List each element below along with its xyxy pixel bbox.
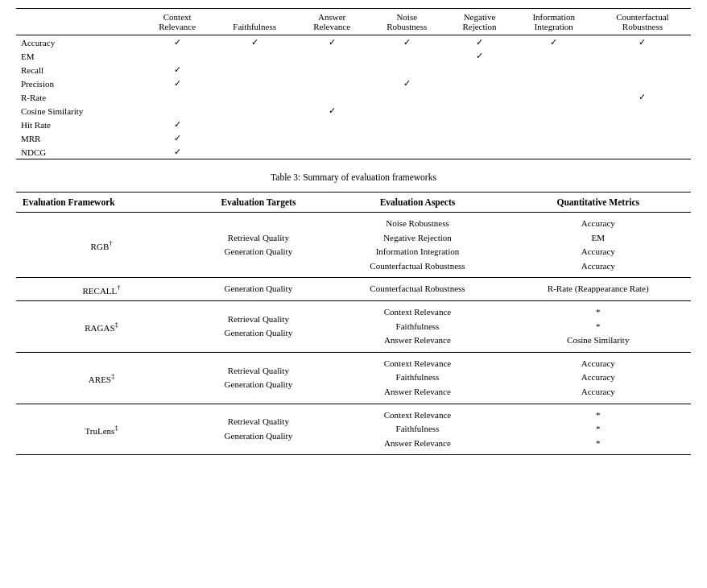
- col-header-answer-relevance: AnswerRelevance: [296, 9, 368, 35]
- check-cell-faithfulness: [213, 63, 296, 77]
- check-cell-noise_robustness: [368, 145, 445, 159]
- evaluation-aspects: Context RelevanceFaithfulnessAnswer Rele…: [329, 404, 505, 455]
- table-row: ARES‡Retrieval QualityGeneration Quality…: [16, 352, 691, 404]
- check-cell-noise_robustness: ✓: [368, 77, 445, 90]
- check-cell-faithfulness: [213, 104, 296, 118]
- check-cell-context_relevance: ✓: [141, 145, 213, 159]
- metric-name: EM: [16, 49, 141, 63]
- check-cell-faithfulness: [213, 118, 296, 131]
- evaluation-aspects: Counterfactual Robustness: [329, 278, 505, 301]
- table-caption: Table 3: Summary of evaluation framework…: [16, 172, 691, 182]
- check-cell-faithfulness: ✓: [213, 35, 296, 50]
- metric-name: R-Rate: [16, 90, 141, 104]
- check-cell-context_relevance: [141, 49, 213, 63]
- bottom-col-header-1: Evaluation Targets: [187, 193, 329, 213]
- check-cell-information_integration: [514, 90, 594, 104]
- bottom-col-header-3: Quantitative Metrics: [506, 193, 691, 213]
- metric-name: Hit Rate: [16, 118, 141, 131]
- check-cell-answer_relevance: [296, 90, 368, 104]
- check-cell-context_relevance: ✓: [141, 118, 213, 131]
- check-cell-noise_robustness: [368, 131, 445, 145]
- check-cell-answer_relevance: [296, 118, 368, 131]
- metric-name: NDCG: [16, 145, 141, 159]
- check-cell-noise_robustness: [368, 104, 445, 118]
- check-cell-negative_rejection: ✓: [445, 49, 513, 63]
- check-cell-counterfactual_robustness: [594, 63, 691, 77]
- quantitative-metrics: AccuracyAccuracyAccuracy: [506, 352, 691, 404]
- check-cell-counterfactual_robustness: [594, 145, 691, 159]
- col-header-metric: [16, 9, 141, 35]
- check-cell-counterfactual_robustness: ✓: [594, 90, 691, 104]
- check-cell-information_integration: [514, 118, 594, 131]
- check-cell-context_relevance: ✓: [141, 77, 213, 90]
- check-cell-negative_rejection: [445, 104, 513, 118]
- table-row: TruLens‡Retrieval QualityGeneration Qual…: [16, 404, 691, 455]
- check-cell-faithfulness: [213, 90, 296, 104]
- check-cell-information_integration: [514, 104, 594, 118]
- check-cell-context_relevance: ✓: [141, 131, 213, 145]
- col-header-context-relevance: ContextRelevance: [141, 9, 213, 35]
- check-cell-information_integration: [514, 49, 594, 63]
- check-cell-counterfactual_robustness: [594, 77, 691, 90]
- check-cell-answer_relevance: ✓: [296, 35, 368, 50]
- col-header-noise-robustness: NoiseRobustness: [368, 9, 445, 35]
- metric-name: Cosine Similarity: [16, 104, 141, 118]
- evaluation-targets: Retrieval QualityGeneration Quality: [187, 300, 329, 352]
- framework-name: RGB†: [16, 213, 187, 278]
- col-header-counterfactual-robustness: CounterfactualRobustness: [594, 9, 691, 35]
- check-cell-context_relevance: [141, 104, 213, 118]
- col-header-faithfulness: Faithfulness: [213, 9, 296, 35]
- evaluation-targets: Retrieval QualityGeneration Quality: [187, 213, 329, 278]
- check-cell-counterfactual_robustness: [594, 49, 691, 63]
- check-cell-noise_robustness: [368, 90, 445, 104]
- check-cell-noise_robustness: [368, 118, 445, 131]
- check-cell-negative_rejection: [445, 90, 513, 104]
- check-cell-negative_rejection: [445, 131, 513, 145]
- check-cell-context_relevance: ✓: [141, 63, 213, 77]
- table-row: RGB†Retrieval QualityGeneration QualityN…: [16, 213, 691, 278]
- check-cell-noise_robustness: [368, 63, 445, 77]
- framework-name: RAGAS‡: [16, 300, 187, 352]
- metric-name: MRR: [16, 131, 141, 145]
- check-cell-information_integration: [514, 77, 594, 90]
- check-cell-negative_rejection: [445, 145, 513, 159]
- check-cell-counterfactual_robustness: [594, 118, 691, 131]
- table-row: RAGAS‡Retrieval QualityGeneration Qualit…: [16, 300, 691, 352]
- check-cell-negative_rejection: [445, 118, 513, 131]
- check-cell-information_integration: ✓: [514, 35, 594, 50]
- check-cell-counterfactual_robustness: [594, 104, 691, 118]
- check-cell-information_integration: [514, 63, 594, 77]
- quantitative-metrics: **Cosine Similarity: [506, 300, 691, 352]
- evaluation-aspects: Context RelevanceFaithfulnessAnswer Rele…: [329, 300, 505, 352]
- metric-name: Recall: [16, 63, 141, 77]
- bottom-col-header-0: Evaluation Framework: [16, 193, 187, 213]
- col-header-negative-rejection: NegativeRejection: [445, 9, 513, 35]
- check-cell-information_integration: [514, 131, 594, 145]
- evaluation-aspects: Context RelevanceFaithfulnessAnswer Rele…: [329, 352, 505, 404]
- top-metrics-table: ContextRelevance Faithfulness AnswerRele…: [16, 8, 691, 159]
- quantitative-metrics: ***: [506, 404, 691, 455]
- metric-name: Precision: [16, 77, 141, 90]
- evaluation-targets: Retrieval QualityGeneration Quality: [187, 404, 329, 455]
- check-cell-answer_relevance: [296, 131, 368, 145]
- check-cell-context_relevance: [141, 90, 213, 104]
- check-cell-answer_relevance: [296, 49, 368, 63]
- framework-name: RECALL†: [16, 278, 187, 301]
- check-cell-noise_robustness: [368, 49, 445, 63]
- check-cell-answer_relevance: ✓: [296, 104, 368, 118]
- evaluation-targets: Retrieval QualityGeneration Quality: [187, 352, 329, 404]
- check-cell-answer_relevance: [296, 145, 368, 159]
- table-row: RECALL†Generation QualityCounterfactual …: [16, 278, 691, 301]
- check-cell-information_integration: [514, 145, 594, 159]
- quantitative-metrics: R-Rate (Reappearance Rate): [506, 278, 691, 301]
- check-cell-faithfulness: [213, 49, 296, 63]
- evaluation-aspects: Noise RobustnessNegative RejectionInform…: [329, 213, 505, 278]
- check-cell-faithfulness: [213, 131, 296, 145]
- quantitative-metrics: AccuracyEMAccuracyAccuracy: [506, 213, 691, 278]
- check-cell-counterfactual_robustness: ✓: [594, 35, 691, 50]
- check-cell-negative_rejection: [445, 77, 513, 90]
- col-header-information-integration: InformationIntegration: [514, 9, 594, 35]
- bottom-col-header-2: Evaluation Aspects: [329, 193, 505, 213]
- check-cell-answer_relevance: [296, 77, 368, 90]
- check-cell-faithfulness: [213, 77, 296, 90]
